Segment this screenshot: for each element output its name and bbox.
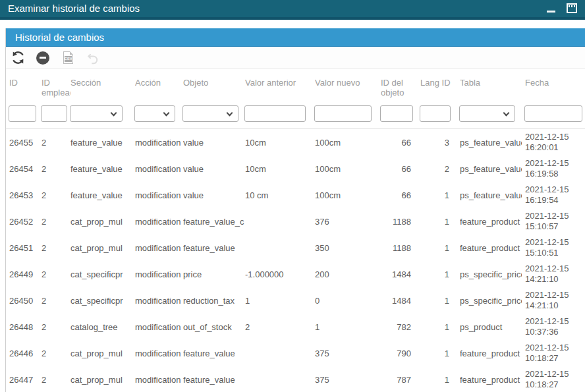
cell-objeto: feature_value xyxy=(183,375,245,385)
cell-seccion: cat_prop_mul xyxy=(70,349,135,358)
cell-fecha: 2021-12-15 16:19:54 xyxy=(525,184,583,206)
cell-fecha: 2021-12-15 10:18:27 xyxy=(525,343,583,364)
table-row[interactable]: 26450 2 cat_specificpr modification redu… xyxy=(9,287,585,314)
cell-seccion: cat_prop_mul xyxy=(70,217,135,227)
table-row[interactable]: 26454 2 feature_value modification value… xyxy=(9,155,585,182)
cell-objeto: feature_value_c xyxy=(183,217,245,227)
table-row[interactable]: 26447 2 cat_prop_mul modification featur… xyxy=(9,366,585,392)
cell-fecha: 2021-12-15 14:21:10 xyxy=(525,264,583,285)
cell-id: 26453 xyxy=(9,190,42,200)
cell-accion: modification xyxy=(135,375,183,385)
cell-accion: modification xyxy=(135,269,183,279)
cell-id-del-objeto: 1188 xyxy=(381,217,415,227)
window-title: Examinar historial de cambios xyxy=(8,3,140,14)
cell-tabla: feature_product xyxy=(460,243,522,253)
filter-tabla-select[interactable] xyxy=(459,105,515,122)
cell-valor-nuevo: 376 xyxy=(315,217,381,227)
filter-cell xyxy=(182,105,244,122)
filter-accion-select[interactable] xyxy=(134,105,175,122)
column-header-lang-id: Lang ID xyxy=(420,78,453,100)
cell-objeto: reduction_tax xyxy=(183,296,245,306)
cell-id: 26455 xyxy=(9,138,42,148)
column-header-id: ID xyxy=(9,78,42,100)
table-row[interactable]: 26451 2 cat_prop_mul modification featur… xyxy=(9,235,585,261)
cell-id-empleado: 2 xyxy=(42,138,70,148)
cell-lang-id: 1 xyxy=(420,190,453,200)
undo-button[interactable] xyxy=(85,50,101,66)
maximize-button[interactable] xyxy=(565,1,578,14)
filter-id-input[interactable] xyxy=(9,105,36,122)
cell-tabla: ps_specific_price xyxy=(460,269,522,279)
table-row[interactable]: 26449 2 cat_specificpr modification pric… xyxy=(9,261,585,287)
cell-id-empleado: 2 xyxy=(42,349,70,358)
cell-seccion: cat_specificpr xyxy=(70,296,135,306)
filter-valor-nuevo-input[interactable] xyxy=(314,105,372,122)
export-csv-button[interactable]: CSV xyxy=(60,50,76,66)
cell-valor-anterior: 10 cm xyxy=(245,190,315,200)
cell-lang-id: 1 xyxy=(420,296,453,306)
minimize-icon xyxy=(547,11,555,13)
cell-id-empleado: 2 xyxy=(42,375,70,385)
filter-seccion-select[interactable] xyxy=(70,105,123,122)
table-row[interactable]: 26446 2 cat_prop_mul modification featur… xyxy=(9,340,585,366)
cell-id: 26448 xyxy=(9,322,42,332)
filter-id-empleado-input[interactable] xyxy=(41,105,67,122)
cell-fecha: 2021-12-15 14:21:10 xyxy=(525,290,583,311)
filter-cell xyxy=(524,105,582,122)
cell-objeto: feature_value xyxy=(183,243,245,253)
cell-valor-nuevo: 100cm xyxy=(315,138,381,148)
grid-body: 26455 2 feature_value modification value… xyxy=(9,129,585,392)
filter-lang-id-input[interactable] xyxy=(420,105,451,122)
filter-cell xyxy=(314,105,380,122)
cell-id-del-objeto: 1484 xyxy=(381,296,415,306)
cell-id: 26452 xyxy=(9,217,42,227)
cell-id-del-objeto: 1484 xyxy=(381,269,415,279)
toolbar: CSV xyxy=(6,47,585,69)
filter-cell xyxy=(9,105,41,122)
filter-cell xyxy=(70,105,134,122)
cell-valor-nuevo: 0 xyxy=(315,296,381,306)
cell-lang-id: 1 xyxy=(420,375,453,385)
cell-id-empleado: 2 xyxy=(42,322,70,332)
filter-valor-anterior-input[interactable] xyxy=(244,105,306,122)
panel-title: Historial de cambios xyxy=(15,32,104,43)
cell-valor-nuevo: 375 xyxy=(315,349,381,358)
filter-cell xyxy=(420,105,453,122)
filter-cell xyxy=(134,105,182,122)
minimize-button[interactable] xyxy=(544,1,557,14)
cell-objeto: feature_value xyxy=(183,349,245,358)
cell-accion: modification xyxy=(135,296,183,306)
cell-lang-id: 1 xyxy=(420,269,453,279)
filter-fecha-input[interactable] xyxy=(524,105,582,122)
filter-id-del-objeto-input[interactable] xyxy=(380,105,413,122)
cell-fecha: 2021-12-15 16:20:01 xyxy=(525,132,583,153)
cell-tabla: ps_feature_value xyxy=(460,138,522,148)
refresh-button[interactable] xyxy=(10,50,26,66)
cell-id-del-objeto: 790 xyxy=(381,349,415,358)
history-grid: ID ID empleado Sección Acción Objeto Val… xyxy=(6,69,585,392)
maximize-icon xyxy=(567,3,577,13)
cell-accion: modification xyxy=(135,322,183,332)
cell-seccion: cat_specificpr xyxy=(70,269,135,279)
cell-valor-anterior: -1.000000 xyxy=(245,269,315,279)
cell-id-empleado: 2 xyxy=(42,164,70,174)
csv-label: CSV xyxy=(65,56,72,62)
cell-id-empleado: 2 xyxy=(42,243,70,253)
cell-accion: modification xyxy=(135,190,183,200)
cell-accion: modification xyxy=(135,349,183,358)
column-header-valor-anterior: Valor anterior xyxy=(245,78,315,100)
cell-lang-id: 1 xyxy=(420,243,453,253)
table-row[interactable]: 26455 2 feature_value modification value… xyxy=(9,129,585,155)
table-row[interactable]: 26453 2 feature_value modification value… xyxy=(9,182,585,208)
cell-valor-nuevo: 1 xyxy=(315,322,381,332)
cell-id: 26450 xyxy=(9,296,42,306)
table-row[interactable]: 26448 2 catalog_tree modification out_of… xyxy=(9,314,585,340)
filter-objeto-select[interactable] xyxy=(182,105,238,122)
cell-fecha: 2021-12-15 10:37:36 xyxy=(525,316,583,337)
table-row[interactable]: 26452 2 cat_prop_mul modification featur… xyxy=(9,208,585,235)
column-header-objeto: Objeto xyxy=(183,78,245,100)
column-header-id-del-objeto: ID del objeto xyxy=(381,78,415,100)
remove-button[interactable] xyxy=(35,50,51,66)
column-header-valor-nuevo: Valor nuevo xyxy=(315,78,381,100)
cell-valor-anterior: 10cm xyxy=(245,164,315,174)
